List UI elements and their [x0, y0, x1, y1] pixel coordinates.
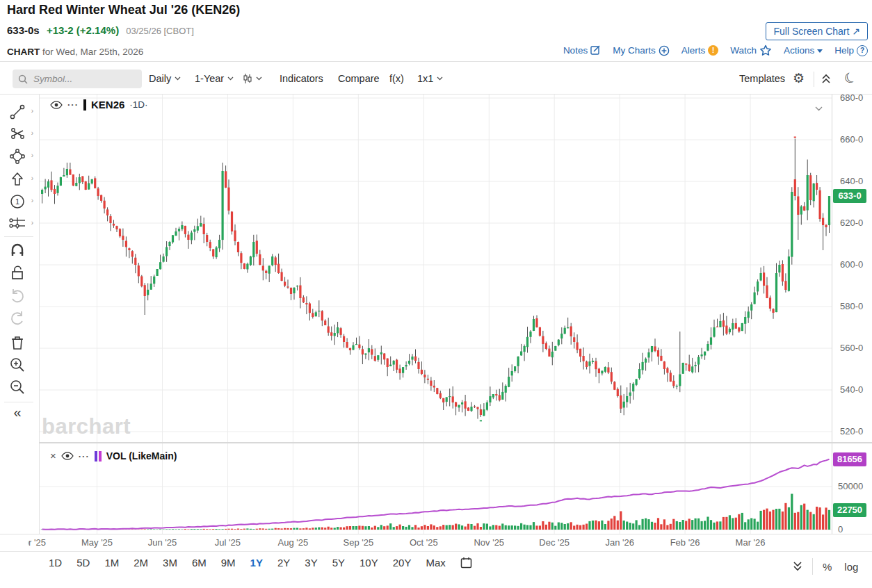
chevron-right-icon: ›	[31, 219, 33, 227]
search-icon	[18, 74, 28, 84]
range-10y[interactable]: 10Y	[360, 557, 378, 569]
range-1m[interactable]: 1M	[104, 557, 119, 569]
series-color-bar	[83, 99, 86, 111]
range-3m[interactable]: 3M	[163, 557, 177, 569]
symbol-search-input[interactable]	[32, 73, 132, 85]
range-6m[interactable]: 6M	[192, 557, 207, 569]
more-options-icon[interactable]: ···	[79, 451, 90, 462]
collapse-toolbar-button[interactable]	[821, 73, 831, 87]
range-1y[interactable]: 1Y	[250, 557, 263, 569]
x-axis-label: Nov '25	[474, 537, 504, 548]
undo-button[interactable]	[0, 286, 35, 304]
layout-dropdown[interactable]: 1x1	[417, 73, 443, 84]
range-1d[interactable]: 1D	[49, 557, 62, 569]
arrow-annotation-tool[interactable]: ›	[0, 170, 35, 188]
zoom-in-button[interactable]	[0, 356, 35, 374]
fibonacci-tool[interactable]: ›	[0, 215, 35, 233]
chevron-down-icon	[437, 76, 443, 81]
range-max[interactable]: Max	[426, 557, 445, 569]
range-dropdown[interactable]: 1-Year	[195, 73, 234, 84]
redo-button[interactable]	[0, 309, 35, 327]
arrow-up-right-icon: ↗	[852, 26, 860, 37]
range-3y[interactable]: 3Y	[305, 557, 317, 569]
range-9m[interactable]: 9M	[221, 557, 236, 569]
magnet-tool[interactable]	[0, 242, 35, 260]
volume-badge: 22750	[833, 503, 866, 517]
chart-for-label: CHART for Wed, Mar 25th, 2026	[7, 47, 143, 57]
symbol-label[interactable]: KEN26	[91, 99, 124, 111]
interval-label[interactable]: ·1D·	[129, 99, 147, 110]
symbol-search[interactable]	[13, 70, 142, 88]
my-charts-link[interactable]: My Charts	[613, 45, 670, 56]
chevron-right-icon: ›	[31, 197, 33, 204]
x-axis-label: Feb '26	[670, 537, 700, 548]
bottom-bar-divider	[0, 551, 872, 552]
drawing-tools-sidebar: › › › › 1 › ›	[0, 95, 40, 534]
price-axis-label: 560-0	[840, 343, 863, 353]
multi-line-tool[interactable]: ›	[0, 125, 35, 143]
x-axis-label: Apr '25	[28, 537, 46, 548]
chevrons-down-icon[interactable]	[793, 561, 802, 572]
session-info: 03/25/26 [CBOT]	[126, 26, 194, 36]
calendar-icon[interactable]	[460, 557, 472, 569]
eye-icon[interactable]	[50, 101, 63, 109]
shape-tool[interactable]: ›	[0, 147, 35, 165]
log-scale-toggle[interactable]: log	[844, 561, 858, 573]
volume-axis-label: 0	[838, 524, 843, 534]
notes-icon	[590, 45, 601, 56]
last-price: 633-0s	[7, 24, 40, 36]
zoom-out-button[interactable]	[0, 378, 35, 396]
compare-button[interactable]: Compare	[338, 73, 380, 84]
question-circle-icon: ?	[857, 45, 868, 56]
period-dropdown[interactable]: Daily	[149, 73, 181, 84]
range-5y[interactable]: 5Y	[332, 557, 345, 569]
templates-button[interactable]: Templates	[739, 73, 785, 84]
price-axis-label: 540-0	[840, 384, 863, 395]
range-20y[interactable]: 20Y	[393, 557, 412, 569]
pane-collapse-chevron[interactable]	[815, 101, 823, 114]
unlock-tool[interactable]	[0, 264, 35, 282]
alert-exclamation-icon: !	[708, 45, 718, 56]
x-axis-label: Sep '25	[344, 537, 374, 548]
x-axis-label: Dec '25	[539, 537, 570, 548]
indicators-button[interactable]: Indicators	[280, 73, 323, 84]
x-axis-label: Jan '26	[605, 537, 634, 548]
sidebar-divider	[4, 236, 33, 237]
watch-link[interactable]: Watch	[730, 44, 772, 56]
percent-scale-toggle[interactable]: %	[823, 561, 832, 573]
actions-menu[interactable]: Actions	[784, 45, 823, 56]
circle-plus-icon	[659, 45, 670, 56]
help-link[interactable]: Help ?	[834, 45, 868, 56]
price-change: +13-2 (+2.14%)	[47, 24, 119, 36]
panel-separator[interactable]	[39, 442, 872, 443]
price-candlestick-chart[interactable]	[40, 95, 832, 442]
price-axis[interactable]: 680-0660-0640-0620-0600-0580-0560-0540-0…	[832, 95, 872, 442]
dark-mode-moon-icon[interactable]: ☾	[841, 67, 859, 88]
eye-icon[interactable]	[61, 452, 74, 460]
chevron-down-icon	[175, 76, 181, 81]
gear-icon[interactable]: ⚙	[793, 70, 805, 85]
volume-study-label[interactable]: VOL (LikeMain)	[106, 450, 177, 462]
collapse-sidebar-button[interactable]: «	[0, 405, 35, 420]
range-2y[interactable]: 2Y	[277, 557, 290, 569]
more-options-icon[interactable]: ···	[67, 99, 79, 110]
range-5d[interactable]: 5D	[76, 557, 90, 569]
volume-axis[interactable]: 81656 50000 22750 0	[832, 443, 872, 534]
trendline-tool[interactable]: ›	[0, 103, 35, 121]
number-annotation-tool[interactable]: 1 ›	[0, 193, 35, 211]
alerts-link[interactable]: Alerts !	[681, 45, 719, 56]
header-links: Notes My Charts Alerts ! Watch Actions H…	[563, 44, 868, 56]
full-screen-chart-button[interactable]: Full Screen Chart ↗	[766, 22, 868, 40]
fx-button[interactable]: f(x)	[389, 73, 404, 84]
barchart-watermark: barchart	[42, 414, 131, 439]
x-axis-label: Jul '25	[215, 537, 241, 548]
time-axis[interactable]: Apr '25May '25Jun '25Jul '25Aug '25Sep '…	[28, 535, 872, 550]
delete-drawings-button[interactable]	[0, 334, 35, 352]
notes-link[interactable]: Notes	[563, 45, 601, 56]
sidebar-divider	[4, 402, 33, 402]
header-divider	[0, 61, 872, 62]
close-icon[interactable]: ×	[50, 451, 56, 461]
range-2m[interactable]: 2M	[134, 557, 148, 569]
chart-type-dropdown[interactable]	[243, 73, 262, 84]
toolbar-divider	[814, 72, 814, 87]
